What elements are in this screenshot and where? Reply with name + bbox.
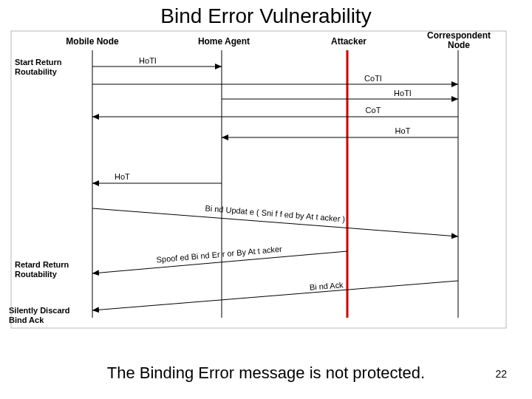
msg-cot-label: CoT — [366, 106, 381, 115]
msg-bind-update-label: Bi nd Updat e ( Sni f f ed by At t acker… — [205, 204, 346, 224]
sequence-diagram: HoTI CoTI HoTI CoT HoT HoT Bi nd Updat e… — [0, 0, 532, 399]
page-number: 22 — [495, 368, 507, 380]
msg-coti-label: CoTI — [364, 74, 382, 83]
msg-hot-2-label: HoT — [115, 172, 130, 181]
msg-hoti-1-label: HoTI — [139, 56, 157, 65]
diagram-frame — [11, 31, 506, 328]
msg-hot-1-label: HoT — [395, 126, 411, 135]
msg-bind-ack-label: Bi nd Ack — [309, 280, 344, 292]
slide-caption: The Binding Error message is not protect… — [0, 364, 532, 383]
msg-bind-ack — [92, 281, 458, 310]
msg-spoofed-bind-error-label: Spoof ed Bi nd Er r or By At t acker — [156, 245, 282, 265]
msg-hoti-2-label: HoTI — [394, 89, 412, 98]
